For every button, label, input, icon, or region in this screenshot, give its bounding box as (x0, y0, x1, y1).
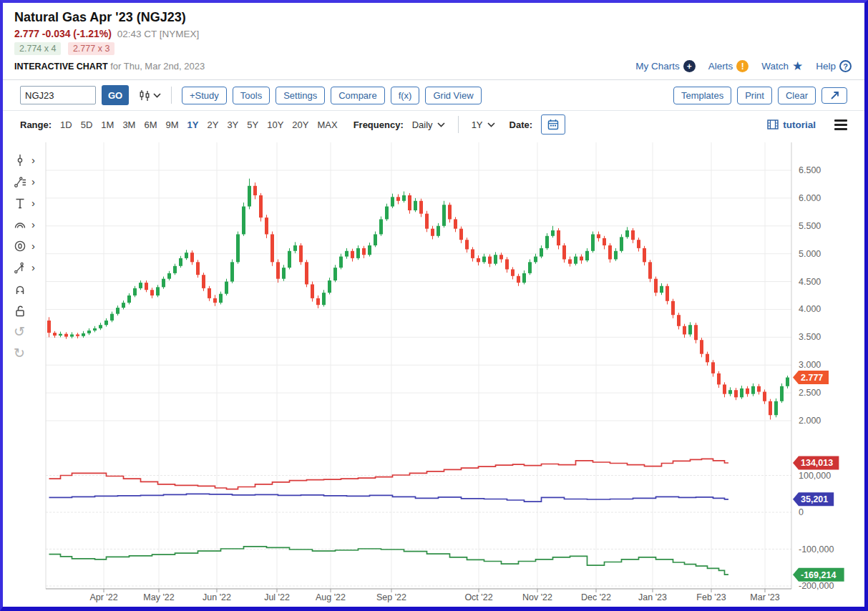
candle-body (562, 245, 566, 259)
chevron-down-icon (487, 122, 495, 127)
interactive-chart-page: Natural Gas Apr '23 (NGJ23) 2.777 -0.034… (3, 3, 864, 611)
range-3m[interactable]: 3M (122, 119, 135, 130)
range-1y[interactable]: 1Y (187, 119, 199, 130)
range-3y[interactable]: 3Y (227, 119, 238, 130)
range-5y[interactable]: 5Y (247, 119, 258, 130)
film-icon (767, 119, 779, 129)
my-charts-link[interactable]: My Charts+ (635, 60, 696, 72)
symbol-input[interactable] (20, 86, 96, 104)
candle-body (437, 226, 440, 236)
frequency-dropdown[interactable]: Daily (412, 119, 445, 130)
candle-body (396, 197, 400, 200)
candle-body (620, 237, 623, 250)
cursor-tool[interactable]: › (14, 152, 35, 167)
redo-button[interactable]: ↻ (14, 346, 35, 361)
toolbar-buttons: +StudyToolsSettingsComparef(x)Grid View (182, 87, 482, 104)
range-2y[interactable]: 2Y (207, 119, 218, 130)
price-axis-label: 2.500 (799, 388, 821, 398)
tutorial-link[interactable]: tutorial (767, 119, 816, 130)
candle-body (677, 315, 681, 326)
chevron-down-icon (153, 93, 161, 98)
chevron-right-icon: › (31, 197, 35, 208)
candle-body (133, 288, 137, 295)
help-link[interactable]: Help? (816, 60, 852, 72)
range-1m[interactable]: 1M (101, 119, 114, 130)
candle-body (700, 340, 703, 353)
tools-button[interactable]: Tools (233, 87, 270, 104)
f-x--button[interactable]: f(x) (391, 87, 420, 104)
candle-body (265, 217, 268, 234)
undo-button[interactable]: ↺ (14, 324, 35, 339)
candle-body (53, 333, 57, 336)
range-5d[interactable]: 5D (81, 119, 93, 130)
shapes-tool-icon (14, 240, 26, 253)
candle-body (230, 262, 234, 281)
candle-body (688, 325, 692, 334)
range-10y[interactable]: 10Y (267, 119, 283, 130)
date-picker-button[interactable] (541, 114, 565, 135)
go-button[interactable]: GO (102, 85, 129, 105)
x-axis-label: Mar '23 (750, 592, 779, 602)
-study-button[interactable]: +Study (182, 87, 227, 104)
candle-body (488, 257, 492, 264)
print-button[interactable]: Print (737, 87, 772, 104)
redo-icon: ↻ (14, 347, 25, 360)
chevron-right-icon: › (31, 176, 35, 187)
magnet-tool[interactable] (14, 281, 35, 296)
range-6m[interactable]: 6M (144, 119, 157, 130)
chart-type-selector[interactable] (139, 89, 161, 102)
candle-body (305, 262, 308, 284)
watch-link[interactable]: Watch★ (761, 59, 803, 74)
blue-line-badge-value: 35,201 (801, 494, 828, 504)
candle-body (568, 259, 572, 263)
price-chart[interactable]: Apr '22May '22Jun '22Jul '22Aug '22Sep '… (3, 140, 864, 611)
last-price: 2.777 (14, 28, 39, 39)
range-max[interactable]: MAX (317, 119, 337, 130)
templates-button[interactable]: Templates (673, 87, 731, 104)
chart-date: for Thu, Mar 2nd, 2023 (110, 61, 205, 72)
price-axis-label: 6.500 (799, 165, 821, 175)
unlock-tool[interactable] (14, 303, 35, 318)
menu-icon[interactable] (834, 117, 847, 132)
arc-tool[interactable]: › (14, 217, 35, 232)
indicator-axis-label: -200,000 (799, 581, 834, 591)
range-1d[interactable]: 1D (60, 119, 72, 130)
candle-body (717, 373, 721, 385)
star-icon: ★ (792, 59, 803, 74)
compare-button[interactable]: Compare (331, 87, 384, 104)
candle-body (545, 236, 549, 248)
shapes-tool[interactable]: › (14, 238, 35, 253)
arrow-up-right-icon (830, 91, 839, 100)
candle-body (597, 234, 600, 238)
header-links: My Charts+ Alerts! Watch★ Help? (635, 59, 852, 74)
candle-body (517, 276, 520, 283)
range-divider (458, 116, 459, 133)
range-label: Range: (20, 119, 52, 130)
annotations-tool[interactable]: › (14, 174, 35, 189)
price-axis-label: 5.000 (799, 249, 821, 259)
candle-body (391, 197, 394, 206)
alerts-link[interactable]: Alerts! (708, 60, 749, 72)
candle-body (740, 388, 743, 397)
candle-body (746, 388, 749, 394)
measure-tool[interactable]: › (14, 260, 35, 275)
text-tool[interactable]: › (14, 195, 35, 210)
candle-body (505, 259, 509, 269)
candle-body (282, 268, 286, 279)
period-dropdown[interactable]: 1Y (472, 119, 495, 130)
clear-button[interactable]: Clear (778, 87, 816, 104)
chevron-right-icon: › (31, 219, 35, 230)
candle-body (110, 314, 114, 321)
bid-ask-row: 2.774 x 4 2.777 x 3 (14, 44, 852, 54)
magnet-tool-icon (14, 283, 26, 295)
candle-body (774, 401, 778, 415)
red-line (49, 459, 729, 489)
candle-body (122, 303, 125, 308)
candle-body (448, 205, 452, 219)
expand-chart-button[interactable] (821, 87, 847, 104)
candle-body (311, 284, 314, 298)
grid-view-button[interactable]: Grid View (425, 87, 481, 104)
range-9m[interactable]: 9M (166, 119, 179, 130)
settings-button[interactable]: Settings (275, 87, 325, 104)
range-20y[interactable]: 20Y (292, 119, 308, 130)
